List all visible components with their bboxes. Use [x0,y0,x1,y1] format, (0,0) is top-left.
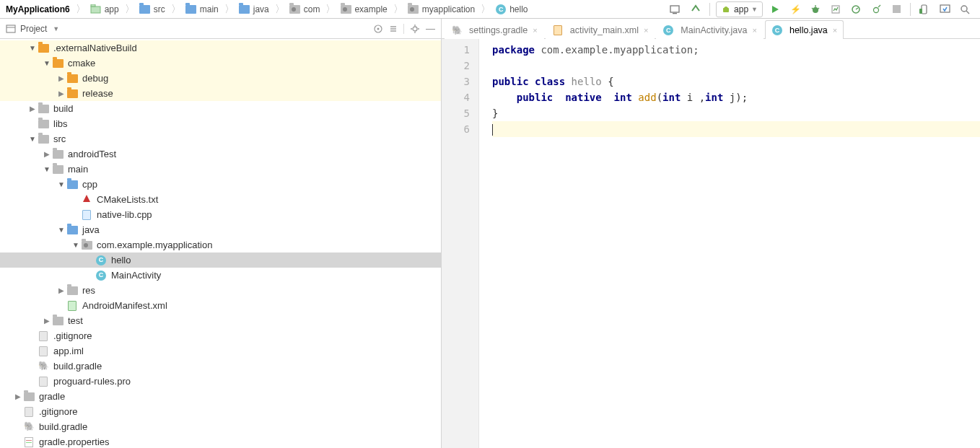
tree-node-release[interactable]: ▶release [0,86,441,101]
folder-b-icon [66,179,78,190]
search-everywhere-icon[interactable] [957,1,973,17]
editor-gutter[interactable]: 123456 [442,39,479,448]
android-icon [721,4,731,14]
close-icon[interactable]: × [753,26,757,35]
collapse-all-icon[interactable] [389,25,398,33]
chevron-right-icon[interactable]: ▶ [27,101,38,116]
breadcrumb-com[interactable]: com [286,0,325,18]
close-icon[interactable]: × [644,26,648,35]
tree-node-cmake[interactable]: ▼cmake [0,56,441,71]
chevron-right-icon[interactable]: ▶ [42,313,52,328]
tree-node--externalnativebuild[interactable]: ▼.externalNativeBuild [0,40,441,56]
line-number[interactable]: 1 [442,42,470,58]
tree-node-label: build.gradle [38,419,87,434]
sync-gradle-icon[interactable] [688,1,704,17]
file-icon [38,330,49,342]
tree-node-label: src [52,131,66,146]
folder-b-icon [139,4,151,15]
chevron-right-icon[interactable]: ▶ [56,71,66,86]
debug-button-icon[interactable] [808,1,823,17]
breadcrumb-app[interactable]: app [87,0,123,18]
chevron-right-icon: 〉 [74,3,87,16]
chevron-right-icon[interactable]: ▶ [42,146,52,162]
editor-content[interactable]: package com.example.myapplication; publi… [479,39,980,448]
gear-icon[interactable] [410,24,420,34]
chevron-down-icon[interactable]: ▼ [42,56,52,71]
tree-node-main[interactable]: ▼main [0,162,441,177]
line-number[interactable]: 5 [442,105,470,121]
scroll-from-source-icon[interactable] [373,24,383,34]
tree-node-cpp[interactable]: ▼cpp [0,177,441,192]
line-number[interactable]: 3 [442,74,470,89]
tree-node-androidmanifest-xml[interactable]: AndroidManifest.xml [0,298,441,313]
profiler-icon[interactable] [848,1,864,17]
tab-activity-main-xml[interactable]: activity_main.xml× [546,20,655,39]
tree-node-res[interactable]: ▶res [0,283,441,298]
tree-node-com-example-myapplication[interactable]: ▼com.example.myapplication [0,237,441,252]
tab-settings-gradle[interactable]: 🐘settings.gradle× [445,20,544,39]
breadcrumb-main[interactable]: main [183,0,223,18]
project-tree[interactable]: ▼.externalNativeBuild▼cmake▶debug▶releas… [0,39,441,448]
tree-node-build-gradle[interactable]: 🐘build.gradle [0,359,441,374]
tree-node-app-iml[interactable]: app.iml [0,343,441,359]
breadcrumb-java[interactable]: java [236,0,274,18]
tree-node-androidtest[interactable]: ▶androidTest [0,146,441,162]
chevron-down-icon[interactable]: ▼ [56,177,66,192]
chevron-down-icon[interactable]: ▼ [56,222,66,237]
tree-node-libs[interactable]: libs [0,116,441,131]
breadcrumb-hello[interactable]: Chello [492,0,532,18]
tree-node-src[interactable]: ▼src [0,131,441,146]
breadcrumb-example[interactable]: example [337,0,391,18]
tree-node-proguard-rules-pro[interactable]: proguard-rules.pro [0,374,441,389]
breadcrumb-src[interactable]: src [136,0,170,18]
run-config-label: app [734,4,748,14]
tree-node-gradle[interactable]: ▶gradle [0,389,441,404]
gradle-icon: 🐘 [451,25,463,36]
apply-changes-icon[interactable]: ⚡ [787,1,803,17]
line-number[interactable]: 2 [442,58,470,74]
run-button-icon[interactable] [767,1,783,17]
tree-node--gitignore[interactable]: .gitignore [0,404,441,419]
tree-node--gitignore[interactable]: .gitignore [0,328,441,343]
svg-rect-15 [919,9,922,14]
chevron-right-icon[interactable]: ▶ [13,389,23,404]
sdk-manager-icon[interactable] [937,1,953,17]
close-icon[interactable]: × [833,26,837,35]
hide-icon[interactable]: — [426,23,435,34]
chevron-down-icon[interactable]: ▼ [42,162,52,177]
chevron-down-icon[interactable]: ▼ [53,25,59,32]
run-configuration-selector[interactable]: app ▼ [716,1,763,17]
chevron-down-icon[interactable]: ▼ [71,237,81,252]
tab-hello-java[interactable]: Chello.java× [765,20,844,39]
avd-manager-icon[interactable] [916,1,932,17]
tree-node-java[interactable]: ▼java [0,222,441,237]
stop-button-icon[interactable] [888,1,904,17]
project-pane-title[interactable]: Project [20,24,47,34]
chevron-right-icon[interactable]: ▶ [56,86,66,101]
code-editor[interactable]: 123456 package com.example.myapplication… [442,39,980,448]
tree-node-hello[interactable]: Chello [0,252,441,268]
line-number[interactable]: 6 [442,121,470,137]
close-icon[interactable]: × [533,26,537,35]
chevron-right-icon[interactable]: ▶ [56,283,66,298]
coverage-icon[interactable] [828,1,844,17]
breadcrumb-myapplication6[interactable]: MyApplication6 [3,0,74,18]
chevron-right-icon: 〉 [170,3,183,16]
tab-mainactivity-java[interactable]: CMainActivity.java× [656,20,764,39]
prop-icon [23,436,35,448]
chevron-down-icon[interactable]: ▼ [27,131,38,146]
tree-node-label: AndroidManifest.xml [81,298,167,313]
breadcrumb-myapplication[interactable]: myapplication [405,0,479,18]
tree-node-debug[interactable]: ▶debug [0,71,441,86]
device-selector-icon[interactable] [668,1,683,17]
tree-node-cmakelists-txt[interactable]: CMakeLists.txt [0,192,441,207]
tree-node-gradle-properties[interactable]: gradle.properties [0,434,441,448]
line-number[interactable]: 4 [442,89,470,105]
tree-node-build-gradle[interactable]: 🐘build.gradle [0,419,441,434]
tree-node-mainactivity[interactable]: CMainActivity [0,268,441,283]
tree-node-test[interactable]: ▶test [0,313,441,328]
chevron-down-icon[interactable]: ▼ [27,40,38,56]
attach-debugger-icon[interactable] [868,1,884,17]
tree-node-build[interactable]: ▶build [0,101,441,116]
tree-node-native-lib-cpp[interactable]: native-lib.cpp [0,207,441,222]
